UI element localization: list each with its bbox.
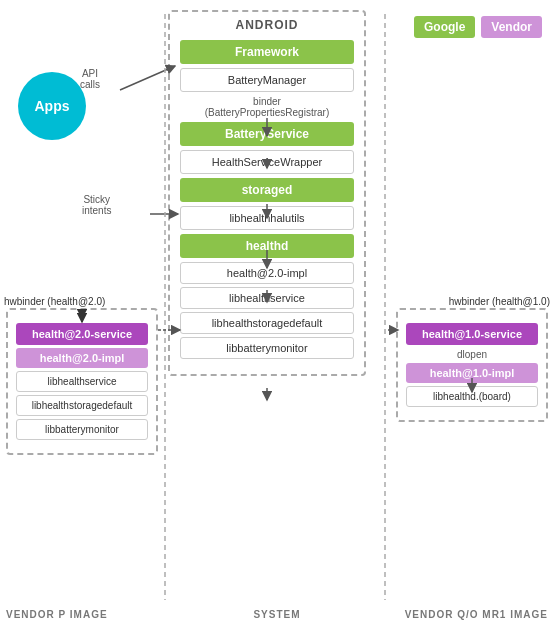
sticky-intents-text: Stickyintents — [82, 194, 111, 216]
vendor-p-box: health@2.0-service health@2.0-impl libhe… — [6, 308, 158, 455]
vendor-q-box: health@1.0-service dlopen health@1.0-imp… — [396, 308, 548, 422]
libbatterymonitor-android-box: libbatterymonitor — [180, 337, 354, 359]
hwbinder-left-text: hwbinder (health@2.0) — [4, 296, 105, 307]
hwbinder-right-text: hwbinder (health@1.0) — [449, 296, 550, 307]
libbatterymonitor-vp-box: libbatterymonitor — [16, 419, 148, 440]
bottom-vendor-q-label: VENDOR Q/O MR1 IMAGE — [405, 609, 548, 620]
hwbinder-left-annotation: hwbinder (health@2.0) — [4, 296, 105, 307]
libhealthd-board-box: libhealthd.(board) — [406, 386, 538, 407]
api-calls-annotation: APIcalls — [80, 68, 100, 90]
healthd-bar: healthd — [180, 234, 354, 258]
vendor-label: Vendor — [481, 16, 542, 38]
framework-bar: Framework — [180, 40, 354, 64]
health10-service-bar: health@1.0-service — [406, 323, 538, 345]
libhealthservice-android-box: libhealthservice — [180, 287, 354, 309]
api-calls-text: APIcalls — [80, 68, 100, 90]
android-title: ANDROID — [170, 12, 364, 36]
diagram: Google Vendor Apps APIcalls Stickyintent… — [0, 0, 554, 626]
health20-service-bar: health@2.0-service — [16, 323, 148, 345]
libhealthstoragedefault-android-box: libhealthstoragedefault — [180, 312, 354, 334]
storaged-bar: storaged — [180, 178, 354, 202]
bottom-vendor-p-label: VENDOR P IMAGE — [6, 609, 108, 620]
apps-circle: Apps — [18, 72, 86, 140]
sticky-intents-annotation: Stickyintents — [82, 194, 111, 216]
hwbinder-right-annotation: hwbinder (health@1.0) — [449, 296, 550, 307]
battery-manager-box: BatteryManager — [180, 68, 354, 92]
health10-impl-bar: health@1.0-impl — [406, 363, 538, 383]
top-labels: Google Vendor — [414, 16, 542, 38]
vendor-q-title — [398, 310, 546, 320]
android-box: ANDROID Framework BatteryManager binder(… — [168, 10, 366, 376]
health20-impl-bar: health@2.0-impl — [16, 348, 148, 368]
google-label: Google — [414, 16, 475, 38]
battery-service-bar: BatteryService — [180, 122, 354, 146]
health-service-wrapper-box: HealthServiceWrapper — [180, 150, 354, 174]
bottom-system-label: SYSTEM — [253, 609, 300, 620]
binder-label: binder(BatteryPropertiesRegistrar) — [170, 96, 364, 118]
vendor-p-title — [8, 310, 156, 320]
apps-label: Apps — [35, 98, 70, 114]
libhealthservice-vp-box: libhealthservice — [16, 371, 148, 392]
libhealthhalutils-box: libhealthhalutils — [180, 206, 354, 230]
svg-line-2 — [120, 66, 175, 90]
dlopen-label: dlopen — [398, 349, 546, 360]
libhealthstoragedefault-vp-box: libhealthstoragedefault — [16, 395, 148, 416]
health-impl-android-box: health@2.0-impl — [180, 262, 354, 284]
